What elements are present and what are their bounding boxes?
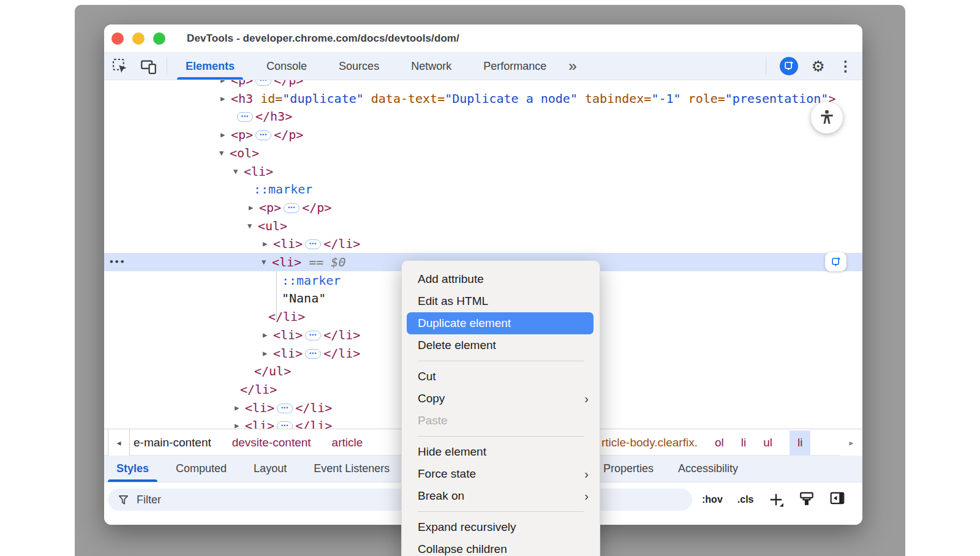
code-val: "Duplicate a node" (445, 91, 578, 106)
sidebar-tab-computed[interactable]: Computed (176, 456, 227, 482)
code-tag: <li> (273, 328, 303, 342)
disclosure-arrow-icon[interactable]: ▶ (263, 344, 267, 363)
disclosure-arrow-icon[interactable]: ▼ (233, 162, 238, 181)
more-panels-icon[interactable]: » (568, 58, 576, 75)
panel-tab-network[interactable]: Network (411, 53, 451, 80)
breadcrumb-item[interactable]: e-main-content (134, 436, 211, 449)
code-marker: ::marker (254, 182, 312, 197)
breadcrumb-item[interactable]: li (790, 430, 810, 455)
menu-item-edit-as-html[interactable]: Edit as HTML (402, 290, 600, 312)
collapsed-content-icon[interactable]: ••• (284, 203, 300, 213)
collapsed-content-icon[interactable]: ••• (305, 331, 321, 340)
menu-item-delete-element[interactable]: Delete element (402, 334, 600, 356)
dom-tree-row[interactable]: ▶<h3 id="duplicate" data-text="Duplicate… (104, 89, 862, 108)
dom-tree-row[interactable]: ▶<p>•••</p> (104, 198, 862, 217)
sidebar-tab-properties[interactable]: Properties (603, 456, 654, 482)
dom-tree-row[interactable]: ▼<ul> (104, 217, 862, 235)
disclosure-arrow-icon[interactable]: ▶ (263, 235, 267, 253)
dom-tree-row[interactable]: ▼<ol> (104, 144, 862, 162)
dom-tree-row[interactable]: ▶<p>•••</p> (104, 80, 862, 89)
breadcrumb-item[interactable]: devsite-content (232, 436, 311, 449)
sidebar-tab-styles[interactable]: Styles (116, 456, 149, 482)
toggle-element-state-button[interactable]: :hov (702, 494, 723, 505)
panel-tabs: ElementsConsoleSourcesNetworkPerformance (186, 53, 546, 80)
code-tag: <ul> (258, 219, 287, 233)
collapsed-content-icon[interactable]: ••• (237, 112, 253, 122)
code-tag: <li> (273, 346, 303, 361)
disclosure-arrow-icon[interactable]: ▶ (263, 326, 267, 344)
disclosure-arrow-icon[interactable]: ▶ (221, 126, 225, 144)
menu-item-hide-element[interactable]: Hide element (402, 441, 600, 463)
dom-tree-row[interactable]: ▶<p>•••</p> (104, 126, 862, 144)
node-markup: <li>•••</li> (245, 399, 332, 417)
row-overflow-dots-icon[interactable]: ••• (109, 253, 125, 271)
breadcrumb-forward-button[interactable]: ▸ (840, 429, 862, 456)
menu-item-copy[interactable]: Copy› (402, 388, 600, 410)
panel-tab-elements[interactable]: Elements (186, 53, 235, 80)
inspect-element-icon[interactable] (111, 58, 129, 75)
breadcrumb-item[interactable]: li (741, 436, 746, 449)
breadcrumb-item[interactable]: ul (763, 436, 772, 449)
device-toolbar-icon[interactable] (140, 58, 157, 75)
settings-gear-icon[interactable]: ⚙ (812, 59, 825, 74)
dom-tree-row[interactable]: ▶<li>•••</li> (104, 235, 862, 253)
node-markup: <li> (244, 162, 273, 181)
disclosure-arrow-icon[interactable]: ▶ (221, 89, 225, 108)
code-dollar: $0 (331, 255, 345, 269)
code-tag: <li> (273, 236, 303, 251)
menu-item-add-attribute[interactable]: Add attribute (402, 268, 600, 290)
code-tag: <p> (231, 80, 253, 88)
collapsed-content-icon[interactable]: ••• (305, 349, 321, 359)
breadcrumb-item[interactable]: rticle-body.clearfix. (601, 436, 698, 449)
accessibility-widget-button[interactable] (811, 102, 843, 133)
traffic-lights (111, 32, 165, 45)
more-options-kebab-icon[interactable]: ⋮ (839, 59, 853, 73)
disclosure-arrow-icon[interactable]: ▶ (249, 198, 253, 217)
devtools-toolbar: ElementsConsoleSourcesNetworkPerformance… (104, 53, 862, 80)
panel-tab-sources[interactable]: Sources (339, 53, 379, 80)
panel-tab-console[interactable]: Console (266, 53, 307, 80)
minimize-window-button[interactable] (132, 32, 145, 45)
new-style-rule-button[interactable] (768, 492, 784, 508)
ai-assistance-icon[interactable] (780, 57, 798, 75)
dom-tree-row[interactable]: •••</h3> (104, 107, 862, 126)
disclosure-arrow-icon[interactable]: ▼ (219, 144, 224, 162)
close-window-button[interactable] (111, 32, 124, 45)
collapsed-content-icon[interactable]: ••• (255, 80, 271, 86)
node-markup: <li>•••</li> (245, 416, 332, 429)
dom-tree-row[interactable]: ▼<li> (104, 162, 862, 181)
zoom-window-button[interactable] (153, 32, 165, 45)
collapsed-content-icon[interactable]: ••• (277, 421, 293, 429)
code-val: "presentation" (725, 91, 829, 106)
breadcrumb-back-button[interactable]: ◂ (108, 429, 130, 456)
menu-item-break-on[interactable]: Break on› (402, 485, 600, 507)
toggle-sidebar-icon[interactable] (829, 490, 845, 509)
element-classes-button[interactable]: .cls (737, 494, 754, 505)
collapsed-content-icon[interactable]: ••• (305, 239, 321, 249)
ask-ai-row-button[interactable] (825, 252, 846, 271)
code-attr: id= (253, 91, 282, 106)
sidebar-tab-layout[interactable]: Layout (254, 456, 287, 482)
panel-tab-performance[interactable]: Performance (483, 53, 546, 80)
code-val: "duplicate" (282, 91, 363, 106)
disclosure-arrow-icon[interactable]: ▶ (235, 416, 239, 429)
menu-item-duplicate-element[interactable]: Duplicate element (407, 312, 594, 334)
dom-tree-row[interactable]: ::marker (104, 180, 862, 198)
menu-item-cut[interactable]: Cut (402, 366, 600, 388)
disclosure-arrow-icon[interactable]: ▼ (247, 217, 252, 235)
menu-item-force-state[interactable]: Force state› (402, 463, 600, 485)
rendering-emulation-icon[interactable] (799, 490, 815, 509)
code-tag: </p> (274, 80, 303, 88)
collapsed-content-icon[interactable]: ••• (277, 404, 293, 413)
disclosure-arrow-icon[interactable]: ▶ (221, 80, 225, 89)
collapsed-content-icon[interactable]: ••• (255, 130, 271, 140)
breadcrumb-item[interactable]: article (332, 436, 363, 449)
sidebar-tab-event-listeners[interactable]: Event Listeners (314, 456, 390, 482)
breadcrumb-item[interactable]: ol (715, 436, 724, 449)
filter-field[interactable] (108, 489, 692, 511)
menu-item-expand-recursively[interactable]: Expand recursively (402, 516, 600, 538)
disclosure-arrow-icon[interactable]: ▼ (262, 253, 266, 271)
menu-item-collapse-children[interactable]: Collapse children (402, 538, 600, 556)
sidebar-tab-accessibility[interactable]: Accessibility (678, 456, 738, 482)
disclosure-arrow-icon[interactable]: ▶ (235, 399, 239, 417)
